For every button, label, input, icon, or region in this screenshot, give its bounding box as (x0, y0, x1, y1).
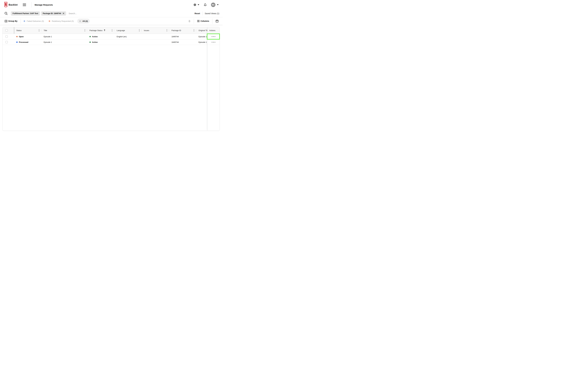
group-by-label: Group By (8, 20, 18, 22)
tab-label: All (2) (82, 20, 88, 22)
language-cell: English (en) (114, 34, 141, 39)
package-id-cell: 1849744 (169, 39, 196, 45)
columns-label: Columns (201, 20, 209, 22)
row-select-cell (3, 34, 14, 39)
status-cell: Open (14, 34, 41, 39)
package-status-cell: Active (87, 39, 114, 45)
hamburger-menu-icon[interactable] (23, 3, 26, 6)
group-by-list-icon (5, 20, 7, 22)
manage-requests-page: Backlot Manage Requests (0, 0, 223, 140)
group-by-button[interactable]: Group By (5, 20, 18, 22)
toolbar-right-actions: Columns (188, 19, 218, 24)
select-all-checkbox[interactable] (5, 29, 8, 31)
title-cell: Episode 1 (41, 34, 87, 39)
all-dot (79, 20, 81, 22)
column-header-status[interactable]: Status (14, 27, 41, 34)
tab-failed-deliveries[interactable]: Failed Deliveries (0) (24, 20, 44, 22)
column-menu-kebab-icon[interactable] (139, 29, 139, 31)
tab-label: Failed Deliveries (0) (27, 20, 44, 22)
column-menu-kebab-icon[interactable] (85, 29, 85, 31)
toolbar-divider (194, 19, 194, 24)
search-input[interactable] (69, 12, 112, 15)
pinned-actions-column: Actions (207, 27, 220, 131)
user-avatar[interactable]: MC (211, 3, 216, 7)
requests-table: Status Title Package Status (2, 27, 220, 131)
status-dot (16, 36, 18, 37)
page-title: Manage Requests (35, 4, 53, 6)
package-status-dot (89, 36, 91, 37)
column-menu-kebab-icon[interactable] (194, 29, 194, 31)
tab-all[interactable]: All (2) (77, 19, 90, 23)
issues-cell (141, 39, 169, 45)
settings-gear-icon[interactable] (193, 3, 196, 6)
columns-button[interactable]: Columns (197, 20, 209, 22)
row-actions-button[interactable] (207, 34, 220, 39)
remove-chip-close-icon[interactable] (63, 12, 64, 14)
calendar-icon[interactable] (216, 20, 218, 22)
column-menu-kebab-icon[interactable] (39, 29, 39, 31)
reset-filters-button[interactable]: Reset (195, 12, 200, 15)
search-bar-actions: Reset Saved Views (1) (195, 11, 219, 15)
tab-label: Redelivery Requested (0) (52, 20, 74, 22)
column-header-issues[interactable]: Issues (141, 27, 169, 34)
row-checkbox[interactable] (5, 41, 8, 43)
sort-ascending-arrow-icon[interactable] (104, 29, 106, 31)
filter-chip-label: Fulfillment Partner: SAP Test (13, 12, 38, 14)
select-all-cell (3, 27, 14, 34)
row-actions-button[interactable] (207, 39, 220, 45)
language-cell (114, 39, 141, 45)
package-id-cell: 1849744 (169, 34, 196, 39)
failed-deliveries-dot (24, 20, 25, 22)
column-header-title[interactable]: Title (41, 27, 87, 34)
issues-cell (141, 34, 169, 39)
topbar-divider (31, 2, 32, 8)
account-caret-down-icon[interactable] (217, 4, 219, 5)
package-status-cell: Active (87, 34, 114, 39)
title-cell: Episode 1 (41, 39, 87, 45)
column-header-language[interactable]: Language (114, 27, 141, 34)
topbar-actions: MC (193, 3, 219, 7)
columns-bars-icon (197, 20, 199, 22)
tab-redelivery-requested[interactable]: Redelivery Requested (0) (49, 20, 74, 22)
column-menu-kebab-icon[interactable] (167, 29, 167, 31)
brand-name: Backlot (9, 3, 18, 6)
row-select-cell (3, 39, 14, 45)
table-row[interactable]: Processed Episode 1 Active 1849744 Episo… (3, 39, 220, 45)
notifications-bell-icon[interactable] (204, 3, 207, 6)
status-dot (16, 41, 18, 43)
filter-chip-package-id[interactable]: Package ID: 1849744 (41, 11, 66, 16)
settings-caret-down-icon[interactable] (198, 4, 199, 5)
column-header-package-id[interactable]: Package ID (169, 27, 196, 34)
search-icon (4, 12, 8, 15)
redelivery-requested-dot (49, 20, 50, 22)
package-status-dot (89, 41, 91, 43)
table-toolbar: Group By Failed Deliveries (0) Redeliver… (0, 17, 223, 25)
netflix-logo-icon (4, 2, 8, 8)
search-filter-bar: Fulfillment Partner: SAP Test Package ID… (0, 10, 223, 17)
top-app-bar: Backlot Manage Requests (0, 0, 223, 10)
column-header-actions: Actions (207, 27, 220, 34)
row-checkbox[interactable] (5, 35, 8, 38)
table-header-row: Status Title Package Status (3, 27, 220, 34)
status-cell: Processed (14, 39, 41, 45)
column-menu-kebab-icon[interactable] (112, 29, 112, 31)
filter-chip-label: Package ID: 1849744 (43, 12, 61, 14)
filter-chip-fulfillment-partner[interactable]: Fulfillment Partner: SAP Test (11, 11, 40, 16)
column-header-package-status[interactable]: Package Status (87, 27, 114, 34)
collapse-rows-icon[interactable] (188, 20, 191, 22)
saved-views-button[interactable]: Saved Views (1) (205, 12, 219, 15)
table-row[interactable]: Open Episode 1 Active English (en) 18497… (3, 34, 220, 39)
